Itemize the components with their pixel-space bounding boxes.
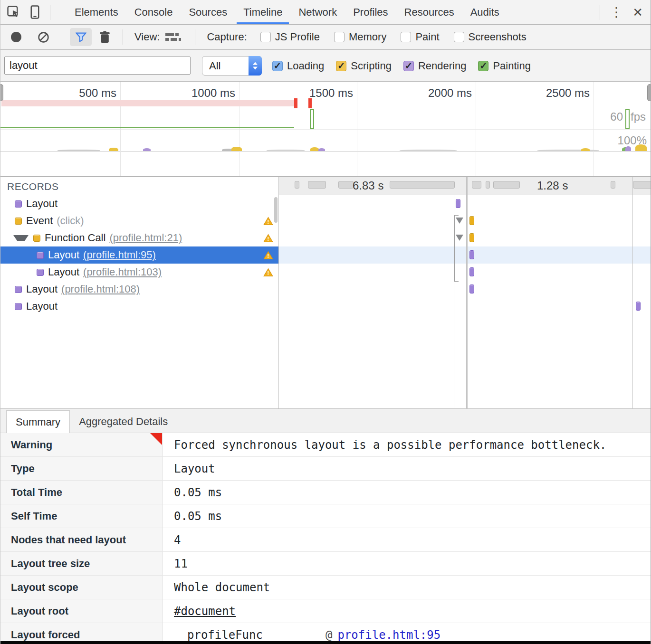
capture-checkbox-memory[interactable]: Memory <box>334 31 386 43</box>
record-type-filters: ✓Loading✓Scripting✓Rendering✓Painting <box>272 56 531 76</box>
devtools-tabbar: ElementsConsoleSourcesTimelineNetworkPro… <box>0 0 651 25</box>
capture-checkbox-paint[interactable]: Paint <box>401 31 439 43</box>
capture-checkbox-screenshots[interactable]: Screenshots <box>454 31 527 43</box>
graph-time-label: 1.28 s <box>537 179 568 192</box>
expander-icon[interactable] <box>13 235 29 241</box>
check-icon: ✓ <box>479 61 487 70</box>
ruler-tick-label: 2000 ms <box>391 86 472 100</box>
record-graph-bar[interactable] <box>469 250 474 259</box>
record-source-link[interactable]: (profile.html:103) <box>83 266 162 278</box>
stack-source-link[interactable]: profile.html:95 <box>337 628 440 642</box>
record-row-layout--profile-html-108-[interactable]: Layout(profile.html:108) <box>0 281 278 298</box>
fps-value-label: 60 <box>610 110 623 123</box>
svg-text:!: ! <box>268 236 269 242</box>
checkbox-checked-icon: ✓ <box>336 61 346 71</box>
overview-right-grip[interactable] <box>647 84 651 101</box>
summary-row-warning: Warning Forced synchronous layout is a p… <box>0 433 651 457</box>
record-graph-bar[interactable] <box>469 216 474 225</box>
capture-option-label: Paint <box>415 31 439 43</box>
overview-record-bar <box>472 181 481 189</box>
summary-value: 11 <box>174 557 188 570</box>
tab-sources[interactable]: Sources <box>181 0 235 24</box>
duration-bracket <box>454 215 459 216</box>
svg-text:!: ! <box>268 270 269 276</box>
frame-bar <box>625 109 630 129</box>
record-graph-bar[interactable] <box>456 199 460 208</box>
tab-elements[interactable]: Elements <box>67 0 126 24</box>
cpu-activity-bump <box>57 150 100 151</box>
inspect-element-icon[interactable] <box>7 6 20 19</box>
checkbox-unchecked-icon <box>454 32 464 42</box>
cpu-percent-label: 100% <box>618 134 647 147</box>
tab-profiles[interactable]: Profiles <box>345 0 396 24</box>
view-label: View: <box>134 31 160 43</box>
type-filter-painting[interactable]: ✓Painting <box>478 60 531 72</box>
summary-row-self-time: Self Time 0.05 ms <box>0 504 651 528</box>
record-source-link[interactable]: (profile.html:95) <box>83 249 156 261</box>
record-type-icon <box>33 235 40 242</box>
check-icon: ✓ <box>274 61 281 70</box>
record-graph-bar[interactable] <box>469 267 474 276</box>
async-marker-icon <box>456 235 463 241</box>
frame-bar <box>310 109 314 129</box>
duration-bracket <box>454 281 459 282</box>
capture-checkbox-js-profile[interactable]: JS Profile <box>260 31 320 43</box>
summary-row-type: Type Layout <box>0 457 651 481</box>
overview-record-bar <box>295 181 299 189</box>
category-select[interactable]: All <box>202 56 262 76</box>
record-row-function-call--profile-html-21-[interactable]: Function Call(profile.html:21)! <box>0 229 278 246</box>
scrollbar-thumb[interactable] <box>274 197 278 223</box>
type-filter-rendering[interactable]: ✓Rendering <box>403 60 467 72</box>
svg-text:!: ! <box>268 253 269 259</box>
toolbar-divider <box>600 5 600 20</box>
clear-icon[interactable] <box>38 31 49 43</box>
warning-icon: ! <box>263 233 273 246</box>
type-filter-scripting[interactable]: ✓Scripting <box>336 60 392 72</box>
tab-timeline[interactable]: Timeline <box>235 0 290 24</box>
record-row-layout--profile-html-103-[interactable]: Layout(profile.html:103)! <box>0 264 278 281</box>
record-graph-bar[interactable] <box>636 302 641 311</box>
record-button[interactable] <box>11 32 21 42</box>
tab-network[interactable]: Network <box>290 0 345 24</box>
record-graph-bar[interactable] <box>469 233 474 242</box>
record-type-icon <box>15 218 22 225</box>
view-mode-icon[interactable] <box>165 32 184 42</box>
record-row-layout[interactable]: Layout <box>0 298 278 315</box>
async-marker-icon <box>456 218 463 224</box>
record-row-event[interactable]: Event(click)! <box>0 212 278 229</box>
overflow-menu-icon[interactable]: ⋮ <box>610 6 623 19</box>
svg-text:!: ! <box>268 219 269 225</box>
tab-resources[interactable]: Resources <box>396 0 462 24</box>
overview-record-bar <box>390 181 455 189</box>
ruler-gridline <box>476 82 476 176</box>
timeline-overview[interactable]: 500 ms1000 ms1500 ms2000 ms2500 ms 60 fp… <box>0 82 651 177</box>
trash-icon[interactable] <box>99 31 110 44</box>
record-source-link[interactable]: (profile.html:21) <box>109 232 182 244</box>
type-filter-label: Scripting <box>351 60 392 72</box>
device-toolbar-icon[interactable] <box>30 5 39 19</box>
record-row-layout[interactable]: Layout <box>0 195 278 212</box>
ruler-tick-label: 500 ms <box>36 86 116 100</box>
record-row-layout--profile-html-95-[interactable]: Layout(profile.html:95)! <box>0 246 278 264</box>
type-filter-loading[interactable]: ✓Loading <box>272 60 324 72</box>
summary-value: Forced synchronous layout is a possible … <box>174 438 606 452</box>
capture-option-label: Memory <box>349 31 386 43</box>
filter-input[interactable] <box>4 57 191 75</box>
close-devtools-icon[interactable]: ✕ <box>632 6 643 19</box>
cpu-activity-bump <box>310 147 319 151</box>
record-graph-bar[interactable] <box>469 284 474 294</box>
record-source-link[interactable]: (profile.html:108) <box>61 283 140 295</box>
record-type-icon <box>37 252 44 259</box>
tab-audits[interactable]: Audits <box>462 0 507 24</box>
cpu-activity-bump <box>231 147 242 151</box>
filter-button[interactable] <box>70 28 92 46</box>
tab-console[interactable]: Console <box>126 0 181 24</box>
tab-aggregated-details[interactable]: Aggregated Details <box>70 410 177 433</box>
cpu-activity-bump <box>400 150 457 151</box>
document-link[interactable]: #document <box>174 605 236 618</box>
load-event-tick <box>294 98 297 108</box>
duration-bracket <box>454 215 455 282</box>
summary-row-root: Layout root #document <box>0 599 651 623</box>
overview-left-grip[interactable] <box>0 84 3 101</box>
tab-summary[interactable]: Summary <box>6 410 70 433</box>
